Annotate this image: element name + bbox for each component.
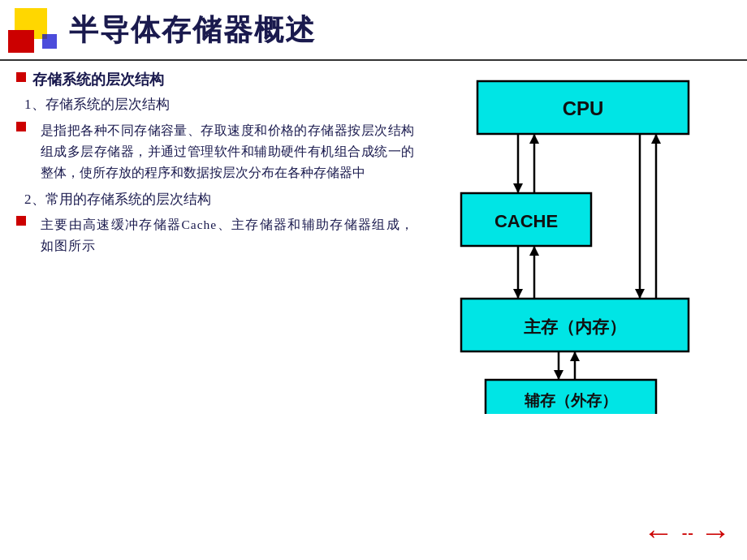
svg-marker-15 [529, 246, 539, 256]
svg-marker-3 [513, 183, 523, 193]
slide: 半导体存储器概述 存储系统的层次结构 1、存储系统的层次结构 是指把各种不同存储… [0, 0, 747, 560]
slide-header: 半导体存储器概述 [0, 0, 747, 61]
svg-marker-13 [513, 289, 523, 299]
svg-text:CACHE: CACHE [494, 211, 557, 231]
logo-block [8, 8, 57, 53]
bullet-square-2 [16, 122, 26, 131]
bullet-text-1: 存储系统的层次结构 [32, 69, 164, 91]
left-arrow[interactable]: ← [643, 515, 674, 550]
bullet-square-1 [16, 72, 26, 82]
sub-heading-2: 2、常用的存储系统的层次结构 [24, 189, 414, 210]
body-text-1: 是指把各种不同存储容量、存取速度和价格的存储器按层次结构组成多层存储器，并通过管… [41, 120, 414, 184]
body-text-2: 主要由高速缓冲存储器Cache、主存储器和辅助存储器组成，如图所示 [41, 214, 414, 257]
bullet-item-1: 存储系统的层次结构 [16, 69, 414, 91]
svg-marker-21 [570, 351, 580, 361]
main-content: 存储系统的层次结构 1、存储系统的层次结构 是指把各种不同存储容量、存取速度和价… [0, 61, 747, 422]
logo-blue [42, 34, 57, 49]
right-column: CPU CACHE [430, 69, 735, 414]
left-column: 存储系统的层次结构 1、存储系统的层次结构 是指把各种不同存储容量、存取速度和价… [16, 69, 414, 414]
nav-dash: - - [682, 523, 692, 542]
bullet-item-3: 主要由高速缓冲存储器Cache、主存储器和辅助存储器组成，如图所示 [16, 213, 414, 259]
bullet-square-3 [16, 216, 26, 226]
svg-text:CPU: CPU [562, 97, 603, 119]
sub-heading-1: 1、存储系统的层次结构 [24, 94, 414, 115]
svg-marker-7 [635, 289, 645, 299]
bullet-item-2: 是指把各种不同存储容量、存取速度和价格的存储器按层次结构组成多层存储器，并通过管… [16, 118, 414, 186]
memory-hierarchy-diagram: CPU CACHE [445, 73, 721, 414]
bottom-nav[interactable]: ← - - → [643, 515, 731, 550]
svg-text:主存（内存）: 主存（内存） [524, 317, 626, 336]
right-arrow[interactable]: → [700, 515, 731, 550]
svg-text:辅存（外存）: 辅存（外存） [524, 392, 617, 409]
svg-marker-19 [554, 370, 563, 380]
svg-marker-5 [529, 134, 539, 144]
slide-title: 半导体存储器概述 [69, 11, 316, 50]
svg-marker-9 [651, 134, 661, 144]
logo-red [8, 30, 34, 53]
